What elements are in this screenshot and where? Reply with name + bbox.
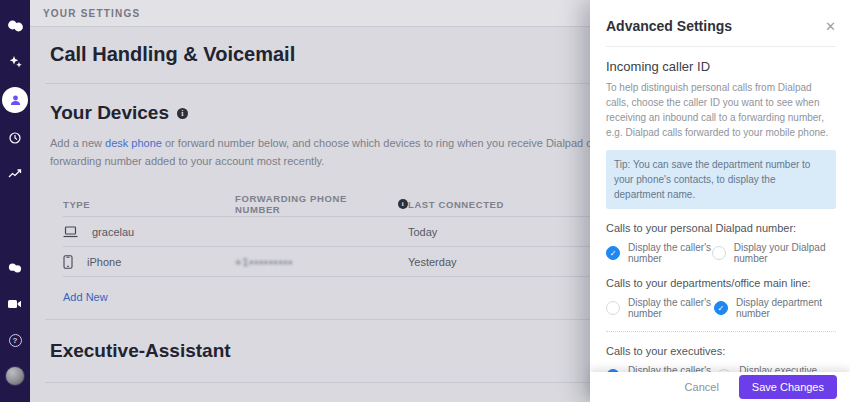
advanced-settings-drawer: Advanced Settings ✕ Incoming caller ID T… (590, 0, 850, 402)
app-sidebar: ? (0, 0, 30, 402)
radio-icon[interactable]: ✓ (714, 301, 728, 315)
forwarding-number: +1••••••••• (235, 256, 293, 268)
radio-group-label: Calls to your executives: (606, 345, 836, 357)
your-devices-heading: Your Devices (50, 102, 169, 124)
radio-option[interactable]: ✓ Display the caller's number (606, 242, 712, 264)
add-new-link[interactable]: Add New (63, 291, 108, 303)
radio-group-label: Calls to your departments/office main li… (606, 277, 836, 289)
laptop-icon (63, 226, 78, 238)
breadcrumb: YOUR SETTINGS (43, 8, 140, 19)
radio-icon[interactable]: ✓ (606, 246, 620, 260)
radio-icon[interactable]: ✓ (712, 246, 726, 260)
save-changes-button[interactable]: Save Changes (739, 375, 837, 399)
profile-settings-icon[interactable] (2, 87, 28, 113)
history-icon[interactable] (4, 127, 26, 149)
radio-option[interactable]: ✓ Display department number (714, 297, 836, 319)
analytics-icon[interactable] (4, 163, 26, 185)
device-name: iPhone (87, 256, 121, 268)
drawer-footer: Cancel Save Changes (590, 372, 850, 402)
drawer-title: Advanced Settings (606, 18, 732, 34)
incoming-caller-id-heading: Incoming caller ID (606, 59, 836, 74)
help-icon[interactable]: ? (4, 329, 26, 351)
dialpad-logo-small-icon[interactable] (4, 257, 26, 279)
info-icon[interactable]: i (398, 199, 408, 209)
radio-group-label: Calls to your personal Dialpad number: (606, 222, 836, 234)
divider (606, 331, 836, 332)
dialpad-logo-icon[interactable] (4, 15, 26, 37)
tip-box: Tip: You can save the department number … (606, 150, 836, 209)
desk-phone-link[interactable]: desk phone (105, 137, 162, 149)
radio-group-personal-number: Calls to your personal Dialpad number: ✓… (606, 222, 836, 264)
incoming-caller-id-description: To help distinguish personal calls from … (606, 80, 836, 140)
mobile-phone-icon (63, 255, 73, 269)
col-header-type: TYPE (63, 199, 235, 210)
user-avatar[interactable] (4, 365, 26, 387)
close-icon[interactable]: ✕ (825, 20, 836, 33)
info-icon[interactable]: i (177, 108, 188, 119)
radio-icon[interactable]: ✓ (606, 301, 620, 315)
ai-sparkles-icon[interactable] (4, 51, 26, 73)
cancel-button[interactable]: Cancel (673, 376, 731, 398)
radio-group-departments: Calls to your departments/office main li… (606, 277, 836, 319)
radio-option[interactable]: ✓ Display the caller's number (606, 297, 714, 319)
radio-option[interactable]: ✓ Display your Dialpad number (712, 242, 836, 264)
video-meetings-icon[interactable] (4, 293, 26, 315)
device-name: gracelau (92, 226, 134, 238)
col-header-forwarding: FORWARDING PHONE NUMBER (235, 193, 393, 215)
